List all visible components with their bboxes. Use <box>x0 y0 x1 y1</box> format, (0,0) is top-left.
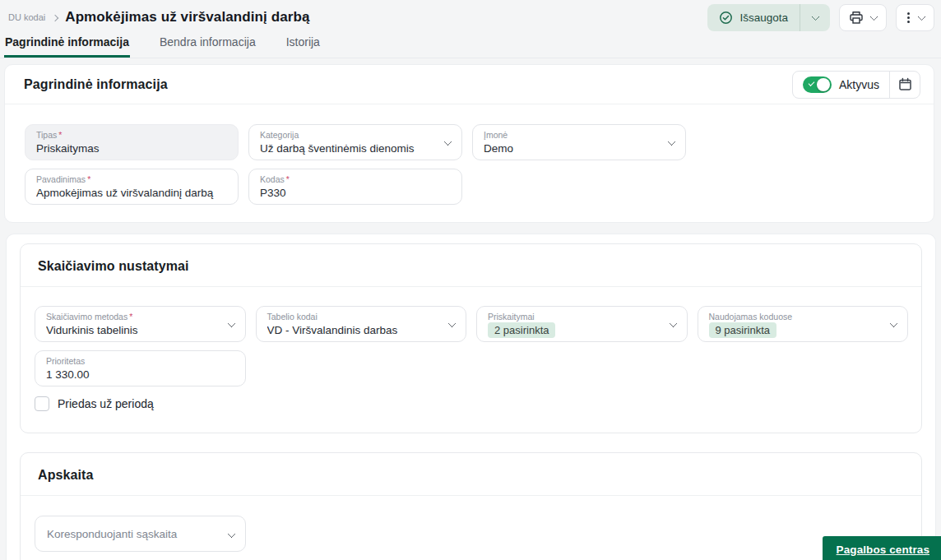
prioritetas-value: 1 330.00 <box>46 367 222 382</box>
kodas-label: Kodas <box>260 174 285 184</box>
top-actions: Išsaugota <box>707 4 934 31</box>
calculation-settings-header: Skaičiavimo nustatymai <box>21 244 921 287</box>
top-bar: DU kodai Apmokėjimas už viršvalandinį da… <box>0 0 941 33</box>
general-info-body: Tipas* Priskaitymas Kategorija Už darbą … <box>5 104 934 222</box>
calculation-settings-title: Skaičiavimo nustatymai <box>38 259 904 274</box>
required-marker: * <box>286 174 290 184</box>
required-marker: * <box>87 174 90 184</box>
calendar-button[interactable] <box>889 72 920 98</box>
chevron-down-icon <box>669 320 677 328</box>
accounting-title: Apskaita <box>38 468 904 483</box>
priskaitymai-count-badge: 2 pasirinkta <box>488 322 555 338</box>
priedas-checkbox-row: Priedas už periodą <box>35 396 908 411</box>
naudojamas-koduose-label: Naudojamas koduose <box>709 312 885 322</box>
chevron-down-icon <box>811 12 819 21</box>
tabelio-kodai-value: VD - Viršvalandinis darbas <box>267 322 443 338</box>
calculation-settings-body: Skaičiavimo metodas* Vidurkinis tabelini… <box>21 287 921 433</box>
chevron-down-icon <box>448 320 457 328</box>
accounting-body: Koresponduojanti sąskaita <box>21 496 921 560</box>
koresponduojanti-saskaita-placeholder: Koresponduojanti sąskaita <box>47 528 177 540</box>
breadcrumb-chevron-icon <box>52 14 58 21</box>
breadcrumb-root-link[interactable]: DU kodai <box>8 12 45 22</box>
chevron-down-icon <box>918 12 926 21</box>
general-info-card: Pagrindinė informacija Aktyvus Tipas* Pr… <box>4 64 934 223</box>
tabelio-kodai-label: Tabelio kodai <box>267 312 443 322</box>
chevron-down-icon <box>444 138 452 146</box>
settings-wrapper: Skaičiavimo nustatymai Skaičiavimo metod… <box>6 234 936 560</box>
pavadinimas-input[interactable]: Pavadinimas* Apmokėjimas už viršvalandin… <box>25 169 239 205</box>
imone-value: Demo <box>484 141 662 156</box>
kodas-input[interactable]: Kodas* P330 <box>248 169 462 205</box>
kategorija-select[interactable]: Kategorija Už darbą šventinėmis dienomis <box>248 124 462 160</box>
saved-dropdown-button[interactable] <box>800 4 830 31</box>
priskaitymai-select[interactable]: Priskaitymai 2 pasirinkta <box>476 306 688 342</box>
prioritetas-label: Prioritetas <box>46 356 222 367</box>
kategorija-value: Už darbą šventinėmis dienomis <box>260 141 438 156</box>
required-marker: * <box>58 130 62 140</box>
required-marker: * <box>129 312 132 322</box>
kategorija-label: Kategorija <box>260 130 438 141</box>
chevron-down-icon <box>227 320 235 328</box>
saved-split-button[interactable]: Išsaugota <box>707 4 830 31</box>
active-toggle-group: Aktyvus <box>792 71 920 99</box>
naudojamas-koduose-count-badge: 9 pasirinkta <box>709 322 776 338</box>
tipas-field: Tipas* Priskaitymas <box>25 124 239 160</box>
priskaitymai-label: Priskaitymai <box>488 312 664 322</box>
tab-bendra-informacija[interactable]: Bendra informacija <box>159 33 257 58</box>
chevron-down-icon <box>890 320 898 328</box>
help-center-button[interactable]: Pagalbos centras <box>823 536 941 560</box>
imone-select[interactable]: Įmonė Demo <box>472 124 686 160</box>
chevron-down-icon <box>668 138 676 146</box>
kebab-icon <box>906 12 911 23</box>
toggle-on-icon[interactable] <box>803 76 832 93</box>
calculation-settings-card: Skaičiavimo nustatymai Skaičiavimo metod… <box>20 243 922 433</box>
priedas-checkbox[interactable] <box>35 396 49 411</box>
skaiciavimo-metodas-select[interactable]: Skaičiavimo metodas* Vidurkinis tabelini… <box>35 306 246 342</box>
calendar-icon <box>898 77 912 91</box>
tabelio-kodai-select[interactable]: Tabelio kodai VD - Viršvalandinis darbas <box>256 306 467 342</box>
skaiciavimo-metodas-label: Skaičiavimo metodas <box>46 312 127 322</box>
pavadinimas-value: Apmokėjimas už viršvalandinį darbą <box>36 185 215 201</box>
tab-pagrindine-informacija[interactable]: Pagrindinė informacija <box>4 33 130 58</box>
more-options-button[interactable] <box>896 4 934 31</box>
kodas-value: P330 <box>260 185 438 201</box>
tipas-value: Priskaitymas <box>36 141 215 156</box>
skaiciavimo-metodas-value: Vidurkinis tabelinis <box>46 322 222 338</box>
saved-button[interactable]: Išsaugota <box>707 4 800 31</box>
imone-label: Įmonė <box>484 130 662 141</box>
koresponduojanti-saskaita-select[interactable]: Koresponduojanti sąskaita <box>35 516 246 552</box>
priedas-checkbox-label: Priedas už periodą <box>58 397 154 410</box>
breadcrumb: DU kodai Apmokėjimas už viršvalandinį da… <box>8 9 309 25</box>
active-toggle-label: Aktyvus <box>839 78 879 91</box>
check-circle-icon <box>719 11 733 25</box>
tab-strip: Pagrindinė informacija Bendra informacij… <box>0 33 941 58</box>
naudojamas-koduose-select[interactable]: Naudojamas koduose 9 pasirinkta <box>698 306 909 342</box>
tipas-label: Tipas <box>36 130 57 140</box>
accounting-header: Apskaita <box>21 453 921 496</box>
general-info-title: Pagrindinė informacija <box>24 77 168 92</box>
tab-istorija[interactable]: Istorija <box>285 33 321 58</box>
page-title: Apmokėjimas už viršvalandinį darbą <box>65 9 309 25</box>
prioritetas-input[interactable]: Prioritetas 1 330.00 <box>35 350 246 386</box>
chevron-down-icon <box>228 530 236 539</box>
accounting-card: Apskaita Koresponduojanti sąskaita <box>20 452 922 560</box>
pavadinimas-label: Pavadinimas <box>36 174 86 184</box>
active-toggle[interactable]: Aktyvus <box>793 72 889 98</box>
chevron-down-icon <box>870 12 878 21</box>
print-button[interactable] <box>839 4 887 31</box>
saved-button-label: Išsaugota <box>739 12 788 24</box>
general-info-header: Pagrindinė informacija Aktyvus <box>5 65 934 104</box>
printer-icon <box>849 11 864 25</box>
